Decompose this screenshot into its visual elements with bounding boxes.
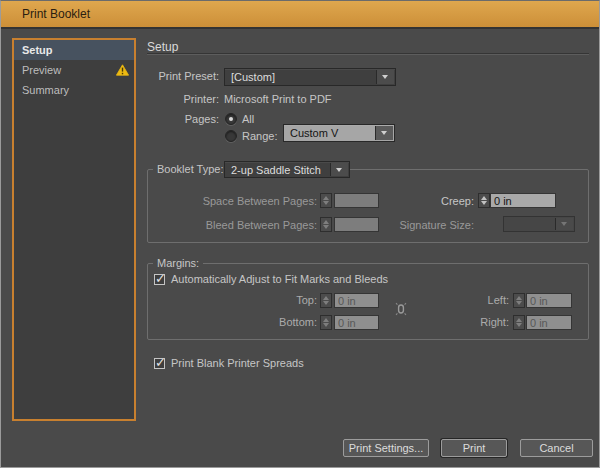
auto-adjust-label: Automatically Adjust to Fit Marks and Bl… [171, 273, 388, 286]
pages-all-radio[interactable] [225, 113, 237, 125]
chevron-down-icon [330, 163, 348, 176]
signature-size-label: Signature Size: [378, 219, 474, 232]
print-button[interactable]: Print [441, 439, 507, 457]
margin-bottom-field [334, 315, 379, 330]
booklet-type-value: 2-up Saddle Stitch [231, 164, 321, 176]
margins-label: Margins: [153, 257, 203, 270]
margin-left-stepper [513, 293, 525, 308]
bleed-between-pages-label: Bleed Between Pages: [177, 219, 317, 232]
print-preset-value: [Custom] [231, 71, 275, 83]
margin-right-field [526, 315, 572, 330]
auto-adjust-checkbox[interactable] [154, 274, 165, 285]
space-between-pages-field [334, 193, 379, 208]
pages-all-label: All [242, 113, 254, 126]
cancel-button[interactable]: Cancel [520, 439, 593, 457]
nav-item-label: Preview [22, 64, 61, 76]
titlebar[interactable]: Print Booklet [1, 1, 599, 29]
print-preset-dropdown[interactable]: [Custom] [224, 68, 396, 86]
booklet-type-dropdown[interactable]: 2-up Saddle Stitch [224, 161, 350, 178]
margin-right-label: Right: [449, 316, 509, 329]
window-title: Print Booklet [22, 1, 90, 27]
chevron-down-icon [555, 218, 573, 230]
pages-range-value: Custom V [290, 127, 338, 139]
space-between-pages-stepper [320, 193, 332, 208]
link-chain-icon [394, 300, 408, 318]
print-settings-button[interactable]: Print Settings... [343, 439, 429, 457]
page-title: Setup [147, 40, 178, 54]
creep-stepper[interactable] [478, 193, 490, 208]
heading-divider [147, 53, 589, 55]
margin-top-stepper [320, 293, 332, 308]
margin-right-stepper [513, 315, 525, 330]
pages-range-label: Range: [242, 130, 277, 143]
pages-label: Pages: [99, 113, 219, 126]
margin-bottom-label: Bottom: [247, 316, 317, 329]
pages-range-dropdown[interactable]: Custom V [283, 124, 395, 142]
nav-item-setup[interactable]: Setup [14, 40, 134, 60]
nav-item-label: Setup [22, 44, 53, 56]
chevron-down-icon [376, 70, 394, 84]
printer-label: Printer: [99, 93, 219, 106]
margin-bottom-stepper [320, 315, 332, 330]
chevron-down-icon [375, 126, 393, 140]
print-blank-spreads-checkbox[interactable] [154, 358, 165, 369]
printer-value: Microsoft Print to PDF [224, 93, 332, 106]
creep-field[interactable] [490, 193, 556, 208]
margin-left-field [526, 293, 572, 308]
bleed-between-pages-field [334, 217, 379, 232]
creep-label: Creep: [398, 195, 474, 208]
space-between-pages-label: Space Between Pages: [177, 195, 317, 208]
print-blank-spreads-label: Print Blank Printer Spreads [171, 357, 304, 370]
margin-left-label: Left: [449, 294, 509, 307]
nav-item-label: Summary [22, 84, 69, 96]
margin-top-label: Top: [257, 294, 317, 307]
pages-range-radio[interactable] [225, 130, 237, 142]
print-preset-label: Print Preset: [99, 70, 219, 83]
margin-top-field [334, 293, 379, 308]
print-booklet-dialog: Print Booklet Setup Preview Summary Setu… [0, 0, 600, 468]
bleed-between-pages-stepper [320, 217, 332, 232]
signature-size-dropdown [503, 216, 575, 232]
booklet-type-label: Booklet Type: [153, 163, 227, 176]
